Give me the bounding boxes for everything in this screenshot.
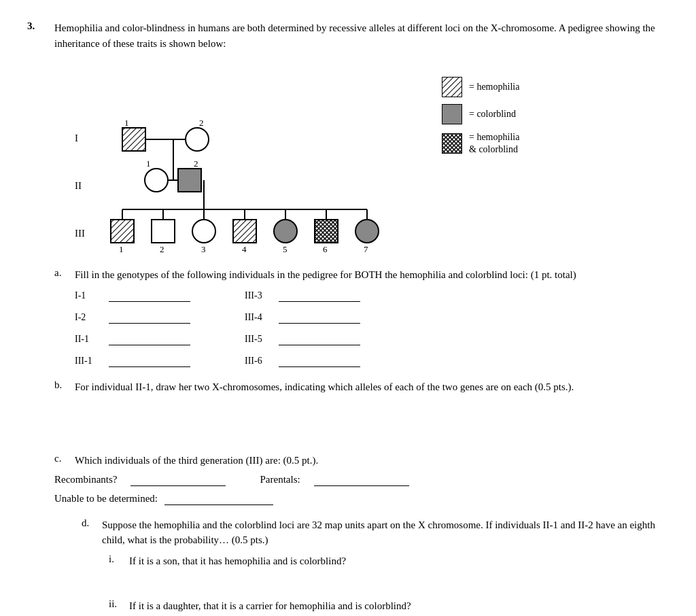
label-III-7: 7 — [364, 244, 368, 254]
unable-row: Unable to be determined: — [54, 493, 669, 505]
label-I-1-geno: I-1 — [75, 290, 102, 301]
sub-d-ii-text: If it is a daughter, that it is a carrie… — [129, 598, 411, 614]
label-I-2: 2 — [199, 118, 204, 128]
sub-b-text: For individual II-1, draw her two X-chro… — [75, 379, 574, 395]
sub-c-answers: Recombinants? Parentals: Unable to be de… — [54, 474, 669, 505]
genotype-row-III3: III-3 — [245, 290, 360, 302]
gen-III-1 — [111, 220, 134, 243]
gen-I-male — [122, 128, 145, 151]
label-III-5-geno: III-5 — [245, 334, 272, 345]
unable-line — [164, 493, 273, 505]
colorblind-label: = colorblind — [469, 109, 516, 120]
sub-a-label: a. — [54, 267, 68, 283]
gen-III-3 — [192, 220, 215, 243]
sub-a-header: a. Fill in the genotypes of the followin… — [54, 267, 669, 283]
sub-b-label: b. — [54, 379, 68, 395]
recombinants-row: Recombinants? Parentals: — [54, 474, 669, 486]
sub-b-header: b. For individual II-1, draw her two X-c… — [54, 379, 669, 395]
label-III-6: 6 — [323, 244, 328, 254]
sub-b-drawing-space — [54, 400, 669, 441]
genotype-col-right: III-3 III-4 III-5 III-6 — [245, 290, 360, 367]
label-III-1-geno: III-1 — [75, 356, 102, 366]
svg-rect-13 — [442, 77, 462, 97]
label-III-1: 1 — [119, 244, 124, 254]
both-label: = hemophilia & colorblind — [469, 131, 544, 156]
label-I-1: 1 — [124, 118, 129, 128]
gen-III-5 — [274, 220, 297, 243]
sub-d: d. Suppose the hemophilia and the colorb… — [82, 517, 669, 614]
sub-d-i-space — [82, 578, 669, 598]
genotype-grid: I-1 I-2 II-1 III-1 — [75, 290, 669, 367]
genotype-row-III5: III-5 — [245, 333, 360, 345]
question-header: 3. Hemophilia and color-blindness in hum… — [27, 20, 669, 51]
genotype-row-II1: II-1 — [75, 333, 190, 345]
sub-b: b. For individual II-1, draw her two X-c… — [54, 379, 669, 441]
unable-label: Unable to be determined: — [54, 493, 158, 504]
gen-III-4 — [233, 220, 256, 243]
gen-II-male — [178, 169, 201, 192]
svg-rect-14 — [442, 104, 462, 124]
legend-gray-box — [442, 104, 462, 124]
sub-d-i-label: i. — [109, 553, 122, 569]
gen-III-2 — [152, 220, 175, 243]
genotype-row-III1: III-1 — [75, 355, 190, 367]
label-III-3-geno: III-3 — [245, 290, 272, 301]
label-III-3: 3 — [201, 244, 206, 254]
gen-I-female — [186, 128, 209, 151]
answer-line-I1 — [109, 290, 190, 302]
sub-a-text: Fill in the genotypes of the following i… — [75, 267, 576, 283]
label-II-2: 2 — [194, 158, 198, 169]
legend-hatch-box — [442, 77, 462, 97]
gen-II-label: II — [75, 180, 82, 191]
sub-d-ii-label: ii. — [109, 598, 122, 614]
genotype-row-III4: III-4 — [245, 311, 360, 324]
label-III-5: 5 — [283, 244, 288, 254]
sub-c-label: c. — [54, 453, 68, 468]
label-III-2: 2 — [160, 244, 164, 254]
gen-II-female — [145, 169, 168, 192]
answer-line-II1 — [109, 333, 190, 345]
question-number: 3. — [27, 20, 44, 51]
gen-I-label: I — [75, 133, 78, 143]
legend-area: = hemophilia = colorblind — [442, 70, 544, 156]
label-III-6-geno: III-6 — [245, 356, 272, 366]
sub-d-text: Suppose the hemophilia and the colorblin… — [102, 517, 669, 548]
answer-line-III4 — [279, 311, 360, 324]
label-I-2-geno: I-2 — [75, 312, 102, 323]
pedigree-svg: I II III — [68, 63, 421, 260]
gen-III-6 — [315, 220, 338, 243]
label-II-1-geno: II-1 — [75, 334, 102, 345]
sub-c-header: c. Which individuals of the third genera… — [54, 453, 669, 468]
gen-III-label: III — [75, 228, 85, 239]
genotype-row-I2: I-2 — [75, 311, 190, 324]
sub-a: a. Fill in the genotypes of the followin… — [54, 267, 669, 367]
genotype-col-left: I-1 I-2 II-1 III-1 — [75, 290, 190, 367]
sub-d-label: d. — [82, 517, 95, 548]
answer-line-III1 — [109, 355, 190, 367]
legend-colorblind: = colorblind — [442, 104, 544, 124]
answer-line-I2 — [109, 311, 190, 324]
answer-line-III5 — [279, 333, 360, 345]
answer-line-III3 — [279, 290, 360, 302]
question-container: 3. Hemophilia and color-blindness in hum… — [27, 20, 669, 614]
legend-hemophilia: = hemophilia — [442, 77, 544, 97]
pedigree-area: I II III — [68, 63, 669, 260]
parentals-line — [314, 474, 409, 486]
label-III-4-geno: III-4 — [245, 312, 272, 323]
parentals-label: Parentals: — [260, 474, 300, 485]
label-II-1: 1 — [146, 158, 151, 169]
legend-crosshatch-box — [442, 133, 462, 154]
sub-d-header: d. Suppose the hemophilia and the colorb… — [82, 517, 669, 548]
sub-d-i-text: If it is a son, that it has hemophilia a… — [129, 553, 346, 569]
sub-d-i: i. If it is a son, that it has hemophili… — [109, 553, 669, 569]
sub-d-ii: ii. If it is a daughter, that it is a ca… — [109, 598, 669, 614]
hemophilia-label: = hemophilia — [469, 82, 519, 92]
sub-c-text: Which individuals of the third generatio… — [75, 453, 318, 468]
genotype-row-III6: III-6 — [245, 355, 360, 367]
legend-both: = hemophilia & colorblind — [442, 131, 544, 156]
recombinants-line — [130, 474, 226, 486]
recombinants-label: Recombinants? — [54, 474, 117, 485]
sub-c: c. Which individuals of the third genera… — [54, 453, 669, 505]
sub-questions: a. Fill in the genotypes of the followin… — [54, 267, 669, 614]
svg-rect-17 — [442, 133, 462, 154]
